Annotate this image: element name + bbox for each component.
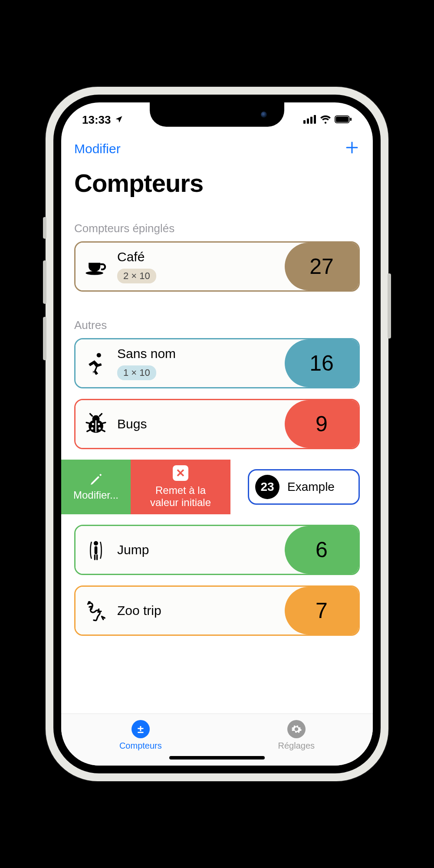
- svg-rect-3: [314, 115, 316, 124]
- counter-row-bugs[interactable]: Bugs 9: [74, 399, 360, 449]
- counter-row-zoo[interactable]: Zoo trip 7: [74, 585, 360, 636]
- svg-rect-0: [303, 120, 306, 124]
- swipe-edit-label: Modifier...: [73, 489, 118, 501]
- svg-point-10: [97, 353, 101, 357]
- swipe-edit-button[interactable]: Modifier...: [61, 460, 131, 514]
- status-time: 13:33: [82, 113, 111, 127]
- phone-frame: 13:33: [46, 87, 388, 781]
- tab-counters[interactable]: ± Compteurs: [119, 720, 162, 751]
- counter-multiplier-badge: 1 × 10: [117, 365, 156, 380]
- tab-settings[interactable]: Réglages: [278, 720, 315, 751]
- wifi-icon: [320, 113, 331, 127]
- svg-point-15: [98, 423, 100, 425]
- ladybug-icon: [83, 412, 108, 436]
- svg-rect-19: [95, 546, 98, 555]
- counter-row-example[interactable]: 23 Example: [248, 469, 360, 505]
- section-others-header: Autres: [61, 302, 373, 338]
- svg-rect-21: [96, 554, 98, 560]
- gear-icon: [287, 720, 306, 738]
- counter-row-jump[interactable]: Jump 6: [74, 525, 360, 575]
- jump-rope-icon: [83, 538, 108, 562]
- coffee-cup-icon: [83, 255, 108, 278]
- section-pinned-header: Compteurs épinglés: [61, 205, 373, 241]
- svg-rect-6: [350, 118, 352, 121]
- swipe-reset-label: Remet à la valeur initiale: [150, 484, 211, 509]
- pencil-icon: [89, 473, 103, 487]
- location-arrow-icon: [115, 113, 123, 127]
- home-indicator[interactable]: [169, 756, 265, 760]
- notch: [150, 102, 284, 127]
- svg-point-14: [92, 423, 94, 425]
- swipe-reset-button[interactable]: ✕ Remet à la valeur initiale: [131, 460, 230, 514]
- signal-icon: [303, 113, 316, 127]
- counter-value[interactable]: 27: [285, 243, 358, 290]
- svg-point-22: [89, 602, 90, 603]
- counter-name: Example: [287, 480, 335, 494]
- svg-point-9: [85, 271, 103, 275]
- plusminus-icon: ±: [132, 720, 150, 738]
- counter-name: Café: [117, 250, 145, 264]
- counter-name: Zoo trip: [117, 603, 161, 618]
- running-person-icon: [83, 352, 108, 375]
- counter-value[interactable]: 7: [285, 587, 358, 635]
- svg-point-16: [91, 427, 93, 430]
- svg-rect-5: [336, 117, 349, 122]
- counter-multiplier-badge: 2 × 10: [117, 269, 156, 283]
- counter-name: Bugs: [117, 417, 147, 431]
- lizard-icon: [83, 599, 108, 622]
- counter-value: 23: [255, 475, 279, 499]
- page-title: Compteurs: [61, 164, 373, 205]
- battery-icon: [335, 113, 352, 127]
- counter-row-cafe[interactable]: Café 2 × 10 27: [74, 241, 360, 292]
- svg-rect-20: [94, 554, 95, 560]
- svg-point-18: [94, 541, 98, 546]
- svg-point-17: [99, 427, 101, 430]
- tab-label: Réglages: [278, 741, 315, 751]
- svg-rect-1: [307, 118, 309, 124]
- counter-row-sansnom[interactable]: Sans nom 1 × 10 16: [74, 338, 360, 388]
- counter-value[interactable]: 6: [285, 526, 358, 574]
- nav-edit-button[interactable]: Modifier: [74, 141, 121, 156]
- counter-value[interactable]: 9: [285, 400, 358, 448]
- nav-add-button[interactable]: [344, 138, 360, 160]
- counter-name: Sans nom: [117, 346, 176, 361]
- counter-name: Jump: [117, 542, 149, 557]
- reset-x-icon: ✕: [173, 465, 188, 481]
- svg-rect-2: [310, 117, 312, 124]
- counter-value[interactable]: 16: [285, 339, 358, 387]
- tab-label: Compteurs: [119, 741, 162, 751]
